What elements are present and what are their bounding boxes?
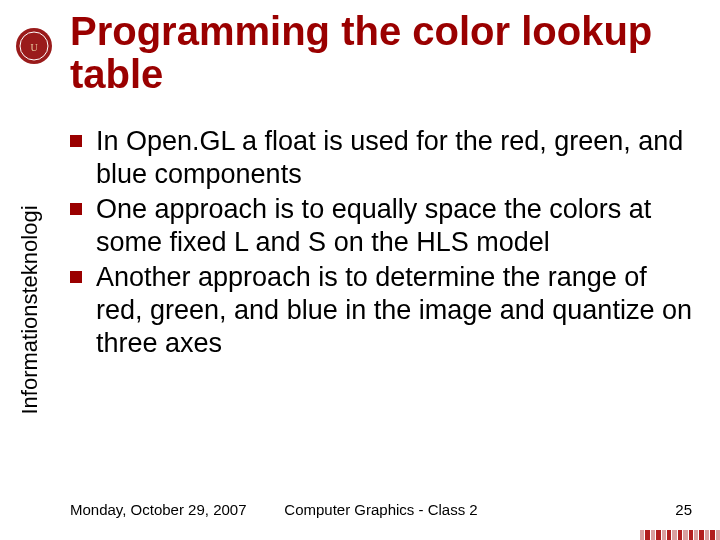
- slide: U Programming the color lookup table Inf…: [0, 0, 720, 540]
- bullet-list: In Open.GL a float is used for the red, …: [70, 125, 692, 360]
- bullet-item: In Open.GL a float is used for the red, …: [70, 125, 692, 191]
- slide-title: Programming the color lookup table: [70, 10, 700, 96]
- bullet-text: Another approach is to determine the ran…: [96, 262, 692, 358]
- bullet-text: One approach is to equally space the col…: [96, 194, 651, 257]
- university-logo: U: [14, 26, 54, 66]
- slide-body: In Open.GL a float is used for the red, …: [70, 125, 692, 362]
- bullet-text: In Open.GL a float is used for the red, …: [96, 126, 683, 189]
- decorative-stripes: [640, 530, 720, 540]
- footer-course: Computer Graphics - Class 2: [70, 501, 692, 518]
- sidebar-label: Informationsteknologi: [17, 205, 43, 414]
- bullet-item: One approach is to equally space the col…: [70, 193, 692, 259]
- sidebar-label-wrap: Informationsteknologi: [10, 120, 50, 500]
- svg-text:U: U: [30, 42, 38, 53]
- bullet-item: Another approach is to determine the ran…: [70, 261, 692, 360]
- slide-footer: Monday, October 29, 2007 Computer Graphi…: [70, 501, 692, 518]
